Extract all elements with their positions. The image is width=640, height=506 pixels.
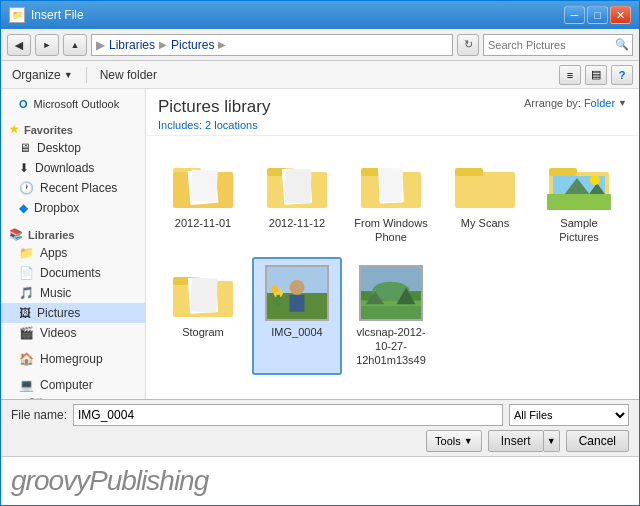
photo-display-img0004: [265, 265, 329, 321]
svg-point-21: [590, 175, 600, 185]
dropbox-icon: ◆: [19, 201, 28, 215]
sidebar-outlook-section: O Microsoft Outlook: [1, 95, 145, 113]
svg-rect-13: [455, 172, 515, 208]
folder-thumb-stogram: [171, 265, 235, 321]
recent-icon: 🕐: [19, 181, 34, 195]
folder-thumb-my-scans: [453, 156, 517, 212]
computer-icon: 💻: [19, 378, 34, 392]
bottom-section: File name: All Files Tools ▼ Insert ▼ Ca…: [1, 399, 639, 456]
filename-label: File name:: [11, 408, 67, 422]
sidebar-item-apps[interactable]: 📁 Apps: [1, 243, 145, 263]
new-folder-button[interactable]: New folder: [95, 65, 162, 85]
sidebar-item-downloads[interactable]: ⬇ Downloads: [1, 158, 145, 178]
cancel-button[interactable]: Cancel: [566, 430, 629, 452]
folder-item-windows-phone[interactable]: From Windows Phone: [346, 148, 436, 253]
pictures-icon: 🖼: [19, 306, 31, 320]
svg-rect-14: [455, 168, 483, 176]
sidebar-favorites-header: ★ Favorites: [1, 119, 145, 138]
folder-icon-my-scans: [453, 158, 517, 210]
window-title: Insert File: [31, 8, 84, 22]
folder-thumb-2012-11-12: [265, 156, 329, 212]
organize-button[interactable]: Organize ▼: [7, 65, 78, 85]
folder-item-2012-11-01[interactable]: 2012-11-01: [158, 148, 248, 253]
tools-button[interactable]: Tools ▼: [426, 430, 482, 452]
svg-rect-16: [549, 168, 577, 176]
sidebar-item-homegroup[interactable]: 🏠 Homegroup: [1, 349, 145, 369]
photo-thumb-img0004: [265, 265, 329, 321]
videos-icon: 🎬: [19, 326, 34, 340]
search-wrapper: 🔍: [483, 34, 633, 56]
svg-rect-8: [284, 169, 311, 204]
folder-item-sample-pictures[interactable]: Sample Pictures: [534, 148, 624, 253]
insert-group: Insert ▼: [488, 430, 560, 452]
folder-icon-sample-pictures: [547, 158, 611, 210]
file-item-vlcsnap[interactable]: vlcsnap-2012-10-27-12h01m13s49: [346, 257, 436, 376]
folder-item-2012-11-12[interactable]: 2012-11-12: [252, 148, 342, 253]
forward-button[interactable]: ►: [35, 34, 59, 56]
folder-item-my-scans[interactable]: My Scans: [440, 148, 530, 253]
sidebar-item-computer[interactable]: 💻 Computer: [1, 375, 145, 395]
title-bar-left: 📁 Insert File: [9, 7, 84, 23]
sidebar-item-documents[interactable]: 📄 Documents: [1, 263, 145, 283]
sidebar-item-videos[interactable]: 🎬 Videos: [1, 323, 145, 343]
search-input[interactable]: [483, 34, 633, 56]
desktop-icon: 🖥: [19, 141, 31, 155]
folder-thumb-sample-pictures: [547, 156, 611, 212]
insert-button[interactable]: Insert: [488, 430, 544, 452]
refresh-button[interactable]: ↻: [457, 34, 479, 56]
folder-label-2012-11-01: 2012-11-01: [175, 216, 231, 230]
toolbar-separator: [86, 67, 87, 83]
breadcrumb-pictures[interactable]: Pictures: [171, 38, 214, 52]
insert-arrow-button[interactable]: ▼: [544, 430, 560, 452]
sidebar-item-desktop[interactable]: 🖥 Desktop: [1, 138, 145, 158]
up-button[interactable]: ▲: [63, 34, 87, 56]
sidebar-libraries-header: 📚 Libraries: [1, 224, 145, 243]
svg-rect-12: [379, 167, 403, 202]
sidebar-item-dropbox[interactable]: ◆ Dropbox: [1, 198, 145, 218]
file-item-img0004[interactable]: IMG_0004: [252, 257, 342, 376]
search-icon: 🔍: [615, 38, 629, 51]
libraries-icon: 📚: [9, 228, 23, 241]
sidebar-libraries-section: 📚 Libraries 📁 Apps 📄 Documents 🎵 Music 🖼: [1, 224, 145, 343]
toolbar-right: ≡ ▤ ?: [559, 65, 633, 85]
filename-input[interactable]: [73, 404, 503, 426]
svg-point-28: [290, 279, 305, 294]
breadcrumb-libraries[interactable]: Libraries: [109, 38, 155, 52]
bottom-row1: File name: All Files: [1, 400, 639, 430]
photo-display-vlcsnap: [359, 265, 423, 321]
breadcrumb-separator: ▶: [96, 38, 105, 52]
breadcrumb-sep1: ▶: [159, 39, 167, 50]
folder-label-stogram: Stogram: [182, 325, 224, 339]
sidebar-item-recent-places[interactable]: 🕐 Recent Places: [1, 178, 145, 198]
file-type-select[interactable]: All Files: [509, 404, 629, 426]
sidebar-item-outlook[interactable]: O Microsoft Outlook: [1, 95, 145, 113]
sidebar-item-pictures[interactable]: 🖼 Pictures: [1, 303, 145, 323]
minimize-button[interactable]: ─: [564, 6, 585, 24]
svg-rect-4: [190, 169, 218, 202]
apps-icon: 📁: [19, 246, 34, 260]
main-window: 📁 Insert File ─ □ ✕ ◄ ► ▲ ▶ Libraries ▶ …: [0, 0, 640, 506]
arrange-link[interactable]: Folder: [584, 97, 615, 109]
library-subtitle[interactable]: Includes: 2 locations: [158, 119, 270, 131]
file-area: Pictures library Includes: 2 locations A…: [146, 89, 639, 399]
photo-thumb-vlcsnap: [359, 265, 423, 321]
folder-label-sample-pictures: Sample Pictures: [540, 216, 618, 245]
folder-item-stogram[interactable]: Stogram: [158, 257, 248, 376]
sidebar-item-music[interactable]: 🎵 Music: [1, 283, 145, 303]
back-button[interactable]: ◄: [7, 34, 31, 56]
folder-icon-2012-11-12: [265, 158, 329, 210]
view-toggle-button[interactable]: ▤: [585, 65, 607, 85]
watermark: groovyPublishing: [1, 456, 639, 505]
folder-thumb-2012-11-01: [171, 156, 235, 212]
bottom-row2: Tools ▼ Insert ▼ Cancel: [1, 430, 639, 456]
view-button[interactable]: ≡: [559, 65, 581, 85]
help-button[interactable]: ?: [611, 65, 633, 85]
folder-label-2012-11-12: 2012-11-12: [269, 216, 325, 230]
file-header: Pictures library Includes: 2 locations A…: [146, 89, 639, 136]
title-bar: 📁 Insert File ─ □ ✕: [1, 1, 639, 29]
homegroup-icon: 🏠: [19, 352, 34, 366]
address-bar: ◄ ► ▲ ▶ Libraries ▶ Pictures ▶ ↻ 🔍: [1, 29, 639, 61]
arrange-by: Arrange by: Folder ▼: [524, 97, 627, 109]
close-button[interactable]: ✕: [610, 6, 631, 24]
maximize-button[interactable]: □: [587, 6, 608, 24]
